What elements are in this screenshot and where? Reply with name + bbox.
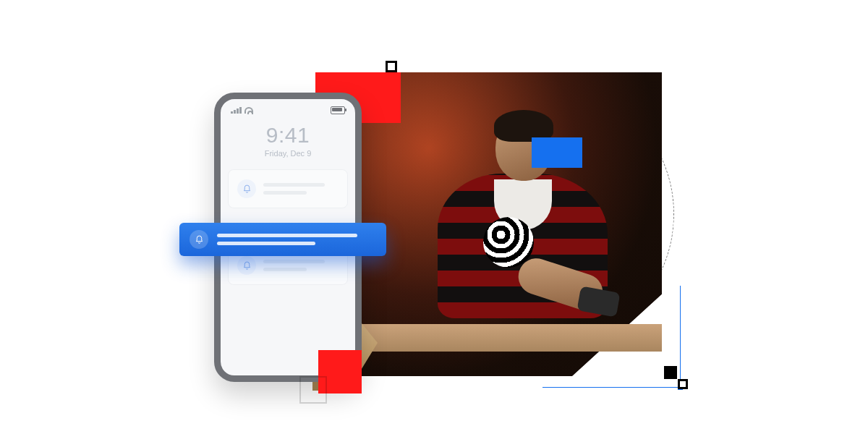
notification-text-placeholder	[263, 260, 339, 271]
status-bar-left	[231, 107, 253, 114]
blue-rect-decoration	[532, 137, 582, 168]
notification-item-active	[179, 223, 386, 256]
bell-icon	[237, 179, 256, 198]
lock-screen-clock: 9:41 Friday, Dec 9	[221, 123, 355, 158]
square-outline-decoration	[299, 376, 327, 404]
cellular-signal-icon	[231, 107, 242, 114]
battery-icon	[331, 106, 345, 114]
marketing-illustration: 9:41 Friday, Dec 9	[0, 0, 868, 434]
bell-icon	[190, 230, 208, 249]
notification-text-placeholder	[263, 183, 339, 195]
phone-status-bar	[221, 99, 355, 114]
square-outline-decoration	[386, 61, 397, 72]
striped-sphere-decoration	[483, 217, 534, 268]
notification-item	[228, 169, 348, 208]
square-outline-decoration	[678, 379, 688, 389]
notification-text-placeholder	[217, 234, 376, 245]
bell-icon	[237, 256, 256, 275]
lock-screen-time: 9:41	[221, 123, 355, 148]
black-square-decoration	[664, 366, 677, 379]
lock-screen-date: Friday, Dec 9	[221, 149, 355, 158]
wifi-icon	[244, 107, 253, 114]
blue-corner-line-decoration	[542, 286, 681, 388]
status-bar-right	[331, 106, 345, 114]
